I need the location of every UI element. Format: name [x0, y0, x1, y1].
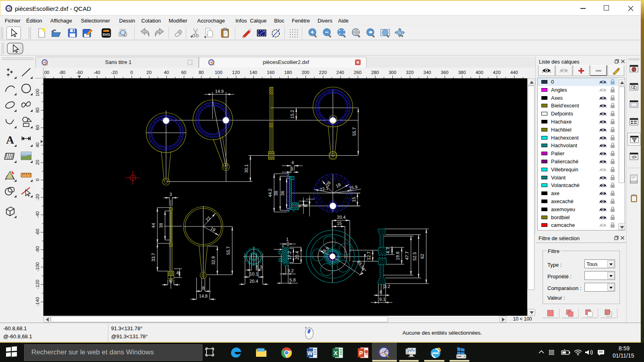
svg-text:55.7: 55.7 [226, 246, 231, 255]
svg-text:100: 100 [215, 70, 222, 75]
svg-text:340: 340 [423, 70, 431, 75]
svg-text:2: 2 [282, 243, 284, 247]
svg-text:-20: -20 [35, 194, 40, 201]
svg-text:440: 440 [510, 70, 518, 75]
svg-text:38: 38 [159, 223, 163, 228]
svg-text:80: 80 [198, 70, 204, 75]
svg-text:-100: -100 [43, 70, 50, 75]
svg-text:P: P [359, 350, 363, 356]
svg-text:260: 260 [354, 70, 361, 75]
svg-text:32.9: 32.9 [211, 256, 216, 265]
svg-text:160: 160 [267, 70, 275, 75]
svg-text:20: 20 [35, 160, 40, 165]
svg-text:8: 8 [202, 286, 204, 290]
svg-text:-100: -100 [35, 262, 40, 272]
svg-text:140: 140 [250, 70, 257, 75]
svg-text:-40: -40 [35, 211, 40, 218]
svg-text:420: 420 [493, 70, 501, 75]
svg-text:0: 0 [130, 70, 133, 75]
svg-text:10.1: 10.1 [250, 272, 258, 276]
svg-text:-60: -60 [76, 70, 83, 75]
svg-text:15.2: 15.2 [290, 110, 295, 118]
svg-text:55.7: 55.7 [352, 127, 357, 136]
svg-text:4: 4 [297, 205, 302, 208]
svg-text:9.1: 9.1 [379, 297, 385, 302]
svg-text:4: 4 [176, 270, 179, 275]
svg-text:-80: -80 [35, 246, 40, 253]
svg-text:360: 360 [441, 70, 448, 75]
svg-text:20.4: 20.4 [295, 251, 299, 259]
svg-text:15: 15 [337, 221, 342, 226]
svg-text:47.7: 47.7 [405, 251, 409, 260]
svg-text:-20: -20 [111, 70, 118, 75]
svg-text:22: 22 [205, 216, 212, 222]
svg-text:40: 40 [35, 142, 40, 148]
svg-text:A: A [6, 134, 14, 146]
svg-text:60: 60 [35, 125, 40, 130]
svg-text:38: 38 [274, 191, 279, 195]
svg-text:19: 19 [210, 226, 217, 232]
svg-text:15.9: 15.9 [349, 185, 358, 191]
svg-text:300: 300 [388, 70, 396, 75]
svg-text:0: 0 [35, 179, 40, 181]
svg-text:3: 3 [169, 192, 172, 197]
svg-text:20.4: 20.4 [250, 279, 258, 284]
svg-text:3: 3 [291, 167, 293, 171]
svg-text:-60: -60 [35, 229, 40, 236]
svg-text:12.7: 12.7 [366, 251, 371, 260]
svg-text:200: 200 [301, 70, 309, 75]
svg-text:8: 8 [303, 205, 308, 207]
svg-text:-120: -120 [35, 280, 40, 289]
svg-text:380: 380 [458, 70, 466, 75]
svg-text:44: 44 [151, 223, 156, 228]
svg-text:14.9: 14.9 [215, 89, 223, 94]
svg-text:-80: -80 [59, 70, 66, 75]
svg-text:5.3: 5.3 [256, 265, 262, 269]
svg-text:35.54°: 35.54° [356, 259, 367, 273]
svg-text:33.7: 33.7 [151, 253, 156, 261]
svg-text:4.7: 4.7 [386, 247, 390, 253]
svg-text:60: 60 [181, 70, 186, 75]
svg-text:14.8: 14.8 [199, 294, 207, 298]
svg-text:320: 320 [406, 70, 414, 75]
svg-text:-40: -40 [93, 70, 100, 75]
svg-text:5.8: 5.8 [289, 278, 295, 282]
svg-text:3.2: 3.2 [384, 284, 390, 289]
svg-text:X: X [334, 350, 338, 356]
svg-text:3.2: 3.2 [287, 268, 293, 273]
svg-text:220: 220 [319, 70, 327, 75]
svg-text:5: 5 [169, 279, 172, 284]
svg-text:20: 20 [147, 70, 152, 75]
svg-text:17.2: 17.2 [287, 251, 292, 259]
svg-text:1: 1 [286, 237, 289, 242]
svg-text:80: 80 [35, 107, 40, 113]
svg-text:8: 8 [380, 290, 382, 294]
svg-text:18: 18 [335, 182, 341, 188]
svg-text:52.5: 52.5 [412, 252, 417, 260]
svg-text:15: 15 [351, 197, 356, 202]
svg-text:20.4: 20.4 [337, 215, 345, 220]
svg-text:40: 40 [164, 70, 169, 75]
svg-text:62: 62 [420, 254, 425, 259]
svg-text:19.8: 19.8 [395, 251, 400, 260]
svg-text:30.1: 30.1 [244, 164, 249, 173]
svg-text:SVG: SVG [102, 33, 110, 37]
svg-text:280: 280 [371, 70, 379, 75]
svg-text:100: 100 [35, 89, 40, 97]
svg-text:240: 240 [336, 70, 344, 75]
svg-text:W: W [307, 350, 313, 356]
svg-text:120: 120 [232, 70, 240, 75]
svg-text:-140: -140 [35, 297, 40, 306]
svg-text:180: 180 [284, 70, 292, 75]
svg-text:36: 36 [280, 191, 285, 195]
svg-text:4: 4 [291, 160, 294, 165]
svg-text:400: 400 [475, 70, 483, 75]
svg-text:44.2: 44.2 [268, 189, 272, 197]
